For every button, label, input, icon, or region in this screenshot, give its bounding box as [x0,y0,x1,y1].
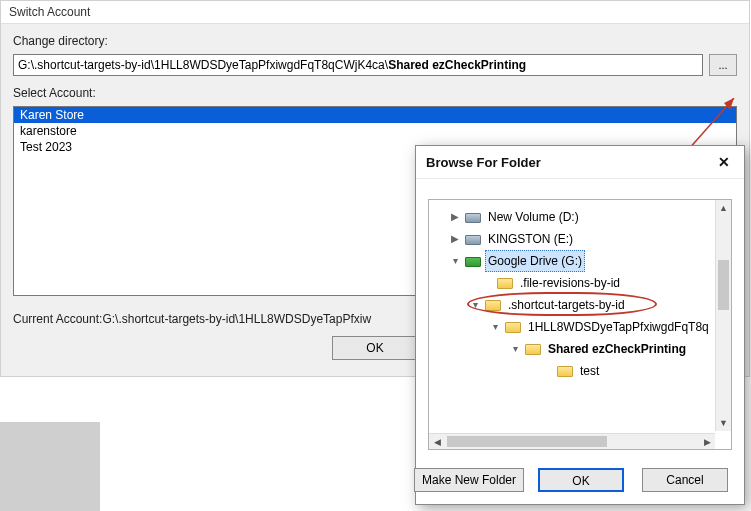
account-item[interactable]: karenstore [14,123,736,139]
path-text-bold: Shared ezCheckPrinting [388,58,526,72]
select-account-label: Select Account: [13,86,737,100]
scrollbar-thumb[interactable] [718,260,729,310]
tree-label: New Volume (D:) [485,207,582,227]
make-new-folder-button[interactable]: Make New Folder [414,468,524,492]
window-title: Switch Account [1,1,749,24]
tree-label: test [577,361,602,381]
tree-label: Google Drive (G:) [485,250,585,272]
scroll-down-icon[interactable]: ▼ [716,415,731,431]
path-text-normal: G:\.shortcut-targets-by-id\1HLL8WDSDyeTa… [18,58,388,72]
horizontal-scrollbar[interactable]: ◀ ▶ [429,433,715,449]
folder-icon [505,322,521,333]
tree-label: 1HLL8WDSDyeTapPfxiwgdFqT8q [525,317,712,337]
tree-label: KINGSTON (E:) [485,229,576,249]
tree-label: .shortcut-targets-by-id [505,295,628,315]
tree-item-file-revisions[interactable]: .file-revisions-by-id [429,272,731,294]
ok-button[interactable]: OK [332,336,418,360]
expander-icon[interactable]: ▶ [449,207,461,227]
scrollbar-thumb[interactable] [447,436,607,447]
drive-icon [465,235,481,245]
browse-directory-button[interactable]: ... [709,54,737,76]
expander-icon[interactable]: ▾ [509,339,521,359]
tree-item-shared-ezcheck[interactable]: ▾ Shared ezCheckPrinting [429,338,731,360]
account-item[interactable]: Karen Store [14,107,736,123]
scroll-up-icon[interactable]: ▲ [716,200,731,216]
tree-item-new-volume[interactable]: ▶ New Volume (D:) [429,206,731,228]
expander-icon[interactable]: ▶ [449,229,461,249]
browse-for-folder-dialog: Browse For Folder ✕ ▶ New Volume (D:) ▶ … [415,145,745,505]
folder-icon [485,300,501,311]
change-directory-label: Change directory: [13,34,737,48]
tree-label: .file-revisions-by-id [517,273,623,293]
tree-item-hash-folder[interactable]: ▾ 1HLL8WDSDyeTapPfxiwgdFqT8q [429,316,731,338]
expander-icon[interactable]: ▾ [449,251,461,271]
drive-icon [465,213,481,223]
folder-icon [525,344,541,355]
expander-icon[interactable]: ▾ [469,295,481,315]
scroll-right-icon[interactable]: ▶ [699,434,715,449]
ok-button[interactable]: OK [538,468,624,492]
dialog-title: Browse For Folder [426,155,541,170]
tree-item-kingston[interactable]: ▶ KINGSTON (E:) [429,228,731,250]
google-drive-icon [465,257,481,267]
tree-label: Shared ezCheckPrinting [545,339,689,359]
scroll-left-icon[interactable]: ◀ [429,434,445,449]
folder-tree[interactable]: ▶ New Volume (D:) ▶ KINGSTON (E:) ▾ Goog… [429,206,731,382]
folder-icon [557,366,573,377]
tree-item-google-drive[interactable]: ▾ Google Drive (G:) [429,250,731,272]
tree-item-shortcut-targets[interactable]: ▾ .shortcut-targets-by-id [429,294,731,316]
tree-item-test[interactable]: test [429,360,731,382]
directory-path-input[interactable]: G:\.shortcut-targets-by-id\1HLL8WDSDyeTa… [13,54,703,76]
expander-icon[interactable]: ▾ [489,317,501,337]
vertical-scrollbar[interactable]: ▲ ▼ [715,200,731,431]
close-button[interactable]: ✕ [714,154,734,170]
cancel-button[interactable]: Cancel [642,468,728,492]
folder-icon [497,278,513,289]
background-panel [0,422,100,511]
